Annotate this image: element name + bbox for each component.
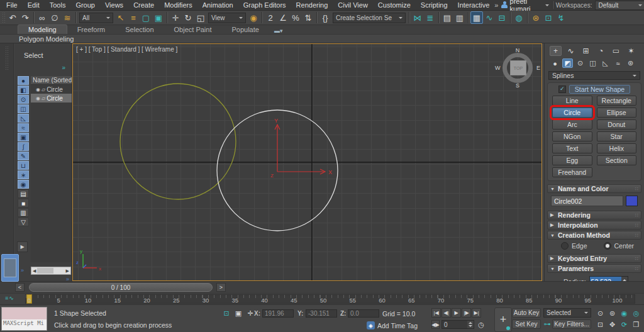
ribbon-tab[interactable]: Selection xyxy=(115,25,164,34)
menu-item[interactable]: Rendering xyxy=(291,1,333,9)
creation-method-rollout-header[interactable]: ▼ Creation Method ∷ xyxy=(547,231,641,240)
snap-toggle-2d-icon[interactable]: 2 xyxy=(264,11,277,24)
shape-button[interactable]: Helix xyxy=(597,143,637,153)
creation-method-radio[interactable]: Center xyxy=(604,242,635,250)
shape-button[interactable]: Egg xyxy=(552,155,592,165)
shape-button[interactable]: NGon xyxy=(552,131,592,141)
display-geometry-icon[interactable]: ● xyxy=(18,76,29,85)
ribbon-toggle-icon[interactable]: ▦ xyxy=(470,11,483,24)
shape-button[interactable]: Ellipse xyxy=(597,108,637,118)
menu-item[interactable]: Tools xyxy=(45,1,71,9)
ribbon-tab[interactable]: Populate xyxy=(221,25,269,34)
menu-item[interactable]: Modifiers xyxy=(159,1,197,9)
object-color-swatch[interactable] xyxy=(626,196,638,206)
time-configuration-button[interactable]: ◷ xyxy=(476,320,486,329)
selection-filter-dropdown[interactable]: All xyxy=(79,13,113,23)
percent-snap-toggle-icon[interactable]: % xyxy=(289,11,302,24)
menu-item[interactable]: Scripting xyxy=(416,1,453,9)
geometry-category-icon[interactable]: ● xyxy=(550,58,560,68)
hierarchy-tab[interactable]: ⊞ xyxy=(580,46,592,56)
display-containers-icon[interactable]: ⊔ xyxy=(18,161,29,170)
menu-item[interactable]: Group xyxy=(70,1,100,9)
name-and-color-rollout-header[interactable]: ▼ Name and Color ∷ xyxy=(547,184,641,193)
explorer-select-menu[interactable]: Select xyxy=(24,52,43,59)
align-icon[interactable]: ≣ xyxy=(424,11,436,24)
swatch-view-icon[interactable]: ■ xyxy=(18,199,29,208)
menu-item[interactable]: File xyxy=(1,1,23,9)
view-cube-top-face[interactable]: TOP xyxy=(510,60,526,75)
cameras-category-icon[interactable]: ◫ xyxy=(587,58,598,68)
select-and-link-icon[interactable]: ∞ xyxy=(36,11,48,24)
scene-explorer-toggle-icon[interactable]: ▤ xyxy=(441,11,453,24)
zoom-region-icon[interactable]: ⊡ xyxy=(595,319,606,329)
viewport-layout-tab[interactable] xyxy=(1,254,19,282)
pan-icon[interactable]: ✥ xyxy=(607,319,618,329)
maxscript-macro-pane[interactable] xyxy=(2,307,47,319)
filter-funnel-icon[interactable]: ▽ xyxy=(18,218,29,226)
interpolation-rollout-header[interactable]: ▶ Interpolation ∷ xyxy=(547,221,641,230)
render-production-icon[interactable]: ↯ xyxy=(555,11,567,24)
time-tag-icon[interactable]: ◈ xyxy=(367,321,375,329)
next-frame-nudge-button[interactable]: > xyxy=(216,283,226,292)
select-and-rotate-icon[interactable]: ↻ xyxy=(182,11,194,24)
orbit-icon[interactable]: ⟳ xyxy=(619,319,630,329)
systems-category-icon[interactable]: ⊛ xyxy=(625,58,636,68)
creation-method-radio[interactable]: Edge xyxy=(561,242,587,250)
visibility-eye-icon[interactable]: ◉ xyxy=(36,87,40,92)
set-key-button[interactable]: Set Key xyxy=(512,319,541,329)
display-shapes-icon[interactable]: ◧ xyxy=(18,86,29,94)
mirror-icon[interactable]: ⋈ xyxy=(411,11,424,24)
select-and-scale-icon[interactable]: ◱ xyxy=(194,11,207,24)
parameters-rollout-header[interactable]: ▼ Parameters ∷ xyxy=(547,264,641,273)
visibility-eye-icon[interactable]: ◉ xyxy=(36,96,40,101)
explorer-horizontal-scrollbar[interactable]: ◀ ▶ xyxy=(31,267,71,275)
display-groups-icon[interactable]: ▣ xyxy=(18,133,29,141)
menu-item[interactable]: Views xyxy=(100,1,128,9)
curve-editor-icon[interactable]: ∿ xyxy=(483,11,496,24)
display-systems-icon[interactable]: ∗ xyxy=(18,170,29,179)
shape-button[interactable]: Star xyxy=(597,131,637,141)
ribbon-config-icon[interactable]: ▬▾ xyxy=(269,28,288,34)
maxscript-mini-listener[interactable]: MAXScript Mi xyxy=(1,307,47,331)
shape-button[interactable]: Line xyxy=(552,96,592,106)
scrollbar-thumb[interactable] xyxy=(37,268,53,274)
shape-button[interactable]: Freehand xyxy=(552,167,592,177)
time-slider-handle[interactable]: 0 / 100 xyxy=(29,283,213,292)
select-object-icon[interactable]: ↖ xyxy=(114,11,127,24)
scroll-left-icon[interactable]: ◀ xyxy=(31,268,37,274)
x-coordinate-field[interactable]: 191.96 xyxy=(262,309,294,318)
go-to-start-button[interactable]: |◀ xyxy=(431,308,441,318)
menu-item[interactable]: Customize xyxy=(373,1,416,9)
zoom-icon[interactable]: ⊙ xyxy=(595,308,606,318)
view-cube[interactable]: TOP N S W E xyxy=(501,51,535,85)
use-pivot-point-center-icon[interactable]: ◉ xyxy=(247,11,260,24)
angle-snap-toggle-icon[interactable]: ∠ xyxy=(277,11,289,24)
layer-explorer-toggle-icon[interactable]: ▥ xyxy=(453,11,466,24)
shapes-category-icon[interactable]: ◩ xyxy=(562,58,573,68)
select-and-move-icon[interactable]: ✛ xyxy=(169,11,182,24)
compass-south-label[interactable]: S xyxy=(516,82,519,89)
auto-key-button[interactable]: Auto Key xyxy=(512,308,541,318)
compass-east-label[interactable]: E xyxy=(536,65,540,71)
helpers-category-icon[interactable]: ◺ xyxy=(600,58,611,68)
workspace-dropdown[interactable]: Default xyxy=(595,1,644,10)
y-coordinate-field[interactable]: -30.151 xyxy=(306,309,337,318)
shape-button[interactable]: Donut xyxy=(597,119,637,130)
add-time-tag[interactable]: Add Time Tag xyxy=(377,322,418,329)
reference-coordinate-dropdown[interactable]: View xyxy=(208,13,246,23)
display-lights-icon[interactable]: ⊙ xyxy=(18,95,29,104)
space-warps-category-icon[interactable]: ≈ xyxy=(613,58,623,68)
viewport-canvas[interactable]: Y X Z y x z xyxy=(73,44,541,280)
explorer-overflow-icon[interactable]: » xyxy=(62,64,65,71)
redo-icon[interactable]: ↷ xyxy=(19,11,31,24)
explorer-bottom-overflow-icon[interactable]: » xyxy=(21,267,24,274)
maximize-viewport-toggle-icon[interactable]: ❒ xyxy=(631,319,641,329)
selection-region-lock-icon[interactable]: ⊡ xyxy=(221,309,231,318)
scene-object-row[interactable]: ◉ ▱ Circle xyxy=(31,94,72,102)
toolbar-overflow-icon[interactable]: » xyxy=(494,1,498,9)
unlink-selection-icon[interactable]: ∅ xyxy=(48,11,61,24)
named-selection-set-dropdown[interactable]: Create Selection Se xyxy=(333,13,406,23)
select-by-name-icon[interactable]: ≡ xyxy=(127,11,140,24)
viewport-label-menu[interactable]: [ + ] [ Top ] [ Standard ] [ Wireframe ] xyxy=(76,46,177,53)
go-to-end-button[interactable]: ▶| xyxy=(472,308,481,318)
